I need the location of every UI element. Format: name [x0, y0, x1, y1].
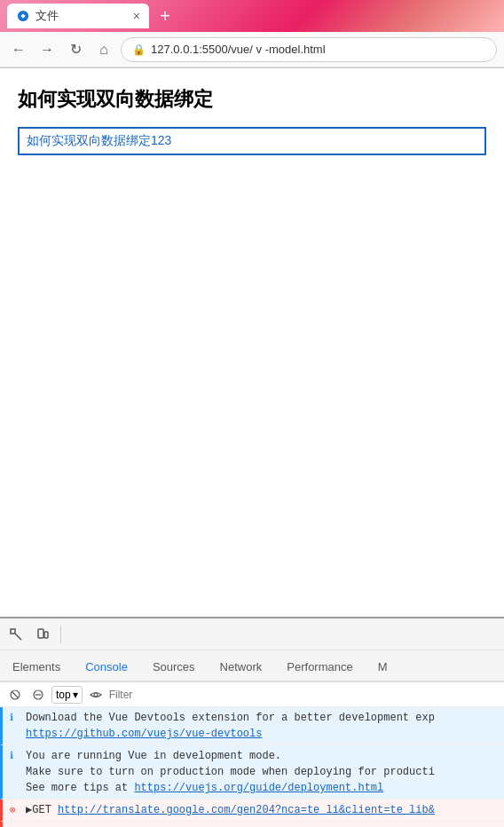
devtools-panel: Elements Console Sources Network Perform… — [0, 617, 504, 827]
info-icon-2: ℹ — [10, 748, 22, 796]
expand-arrow-1[interactable]: ▶ — [26, 804, 32, 816]
back-button[interactable]: ← — [7, 38, 30, 61]
error-link-1[interactable]: http://translate.google.com/gen204?nca=t… — [58, 804, 435, 816]
console-output: ℹ Download the Vue Devtools extension fo… — [0, 707, 504, 827]
console-block-button[interactable] — [28, 685, 48, 705]
svg-line-2 — [15, 634, 21, 640]
console-msg-text-2: You are running Vue in development mode.… — [26, 748, 497, 796]
svg-rect-1 — [11, 629, 15, 634]
devtools-top-toolbar — [0, 618, 504, 650]
toolbar-divider — [60, 626, 61, 643]
vue-model-input[interactable] — [18, 127, 486, 155]
devtools-link[interactable]: https://github.com/vuejs/vue-devtools — [26, 728, 262, 740]
lock-icon: 🔒 — [132, 43, 146, 56]
console-toolbar: top ▾ — [0, 682, 504, 707]
svg-rect-4 — [44, 632, 48, 638]
browser-chrome: 文件 × + ← → ↻ ⌂ 🔒 127.0.0.1:5500/vue/ v -… — [0, 0, 504, 68]
svg-line-6 — [12, 692, 18, 697]
reload-button[interactable]: ↻ — [64, 38, 87, 61]
device-toolbar-button[interactable] — [30, 622, 55, 647]
tab-network[interactable]: Network — [208, 653, 275, 682]
tab-title: 文件 — [35, 8, 59, 24]
console-msg-text-3: ▶GET http://translate.google.com/gen204?… — [26, 802, 497, 818]
url-bar[interactable]: 🔒 127.0.0.1:5500/vue/ v -model.html — [121, 37, 497, 62]
address-bar: ← → ↻ ⌂ 🔒 127.0.0.1:5500/vue/ v -model.h… — [0, 32, 504, 67]
info-icon: ℹ — [10, 710, 22, 742]
console-msg-text-1: Download the Vue Devtools extension for … — [26, 710, 497, 742]
console-filter-input[interactable] — [109, 689, 499, 701]
tab-sources[interactable]: Sources — [140, 653, 208, 682]
console-message-devtools: ℹ Download the Vue Devtools extension fo… — [0, 707, 504, 745]
console-clear-button[interactable] — [5, 685, 25, 705]
tab-bar: 文件 × + — [0, 0, 504, 32]
page-content: 如何实现双向数据绑定 // Set the input value after … — [0, 68, 504, 617]
svg-point-9 — [94, 693, 98, 697]
console-message-dev-mode: ℹ You are running Vue in development mod… — [0, 745, 504, 799]
error-icon-1: ⊗ — [10, 802, 22, 818]
console-eye-button[interactable] — [86, 685, 106, 705]
inspect-element-button[interactable] — [4, 622, 28, 647]
tab-performance[interactable]: Performance — [274, 653, 365, 682]
context-dropdown-icon: ▾ — [73, 689, 78, 701]
console-message-error-2: ⊗ ▶GET http://translate.google.com/gen20… — [0, 822, 504, 827]
deployment-link[interactable]: https://vuejs.org/guide/deployment.html — [134, 782, 383, 794]
page-title: 如何实现双向数据绑定 — [18, 86, 486, 113]
context-label: top — [56, 689, 71, 701]
home-button[interactable]: ⌂ — [92, 38, 115, 61]
tab-elements[interactable]: Elements — [0, 653, 73, 682]
tab-favicon-icon — [16, 9, 30, 23]
devtools-tabs: Elements Console Sources Network Perform… — [0, 650, 504, 682]
new-tab-button[interactable]: + — [153, 4, 177, 28]
forward-button[interactable]: → — [35, 38, 59, 61]
tab-console[interactable]: Console — [73, 653, 140, 682]
console-context-select[interactable]: top ▾ — [51, 686, 83, 704]
tab-close-button[interactable]: × — [133, 10, 140, 22]
active-tab[interactable]: 文件 × — [7, 4, 149, 28]
tab-more[interactable]: M — [366, 653, 400, 682]
url-text: 127.0.0.1:5500/vue/ v -model.html — [151, 43, 326, 56]
console-message-error-1: ⊗ ▶GET http://translate.google.com/gen20… — [0, 799, 504, 822]
svg-rect-3 — [38, 629, 43, 638]
